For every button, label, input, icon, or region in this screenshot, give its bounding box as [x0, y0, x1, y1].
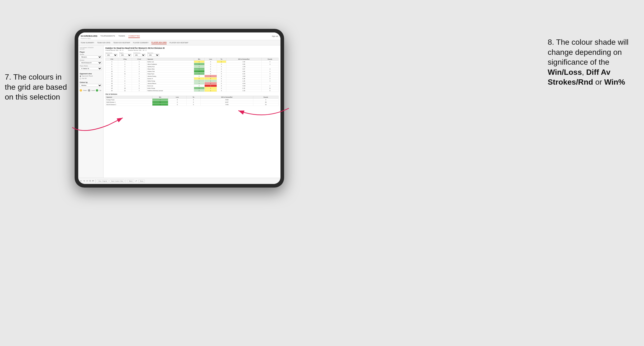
table-cell: 4.00	[226, 70, 262, 73]
col-rounds: Rounds	[262, 58, 278, 61]
table-cell: 2	[132, 63, 146, 65]
table-cell: 0	[217, 77, 226, 80]
table-cell: Emily Chang	[146, 87, 194, 89]
player-rank-select[interactable]: 8. Katelyn Vo	[80, 67, 102, 70]
table-cell: 11	[118, 89, 132, 92]
table-cell: 0	[204, 70, 217, 73]
table-cell: 1	[132, 61, 146, 63]
save-custom-btn[interactable]: Save Custom View	[110, 179, 124, 182]
division-record: Division Record: 331 - 34 - 6	[128, 49, 146, 51]
share-icon[interactable]: ⤤	[135, 180, 137, 182]
ood-table-cell: 10	[253, 103, 278, 106]
annotation-right: 8. The colour shade will change dependin…	[548, 37, 639, 87]
ood-table-cell: Foreign Team	[106, 99, 152, 101]
sub-nav-player-h2h-heatmap[interactable]: PLAYER H2H HEATMAP	[170, 41, 188, 44]
radio-top-100-dot	[80, 78, 81, 79]
division-select[interactable]: NCAA Division III	[80, 61, 102, 64]
sub-nav-team-summary[interactable]: TEAM SUMMARY	[81, 41, 94, 44]
sub-nav: TEAM SUMMARY TEAM H2H GRID TEAM H2H HEAT…	[78, 40, 280, 45]
table-cell: 4	[194, 87, 204, 89]
table-row: 1822Euna Lee020-5.002	[106, 85, 278, 87]
ood-table-cell: 7.400	[200, 103, 253, 106]
table-cell: 15	[106, 80, 118, 82]
table-cell: 0	[194, 75, 204, 77]
region-filter-select[interactable]: (All)	[120, 54, 132, 56]
nav-committee[interactable]: COMMITTEE	[128, 34, 140, 38]
legend-down-circle	[80, 89, 82, 92]
table-cell: 1	[204, 89, 217, 92]
view-original-btn[interactable]: View: Original	[97, 179, 108, 182]
table-row: 1585Stella Cheng1101.254	[106, 80, 278, 82]
table-cell: Heejo Hyun	[146, 73, 194, 75]
opponents-filter-select[interactable]: (All)	[106, 54, 118, 56]
rotate-icon[interactable]: ⟳	[92, 180, 94, 182]
nav-sign-out[interactable]: Sign out	[272, 35, 278, 37]
table-cell: 3	[132, 65, 146, 68]
col-diff: Diff Av Strokes/Rnd	[226, 58, 262, 61]
nav-teams[interactable]: TEAMS	[118, 34, 125, 38]
table-cell: 1.50	[226, 61, 262, 63]
nav-tournaments[interactable]: TOURNAMENTS	[100, 34, 115, 38]
sub-nav-team-h2h-heatmap[interactable]: TEAM H2H HEATMAP	[113, 41, 130, 44]
table-row: 1474Eunice Yi2200.389	[106, 77, 278, 80]
ood-table-cell: 0	[168, 99, 186, 101]
table-cell: 4	[262, 70, 278, 73]
table-cell: 2	[204, 77, 217, 80]
redo-icon[interactable]: ↪	[83, 180, 85, 182]
table-cell: Eunice Yi	[146, 77, 194, 80]
share-btn[interactable]: Share	[138, 179, 145, 182]
top-100-radio[interactable]: Top 100	[80, 78, 102, 80]
table-cell: 1	[194, 68, 204, 70]
ood-table-cell: 0	[186, 99, 200, 101]
legend-level-circle	[88, 89, 90, 92]
conference-filter-select[interactable]: (All)	[133, 54, 146, 56]
sub-nav-team-h2h-grid[interactable]: TEAM H2H GRID	[97, 41, 110, 44]
filter-region: Region (All)	[120, 52, 132, 56]
table-cell: 2	[118, 82, 132, 85]
col-conf: # Conf	[132, 58, 146, 61]
table-cell: 1	[194, 73, 204, 75]
filter-conference: Conference (All)	[133, 52, 146, 56]
sub-nav-player-summary[interactable]: PLAYER SUMMARY	[133, 41, 148, 44]
table-cell: 0	[217, 75, 226, 77]
copy-icon[interactable]: ⎘	[90, 180, 91, 182]
nav-items: TOURNAMENTS TEAMS COMMITTEE	[100, 34, 140, 38]
table-row: 20117Federica Domecq Lacroze2101.336	[106, 89, 278, 92]
table-cell: 16	[106, 82, 118, 85]
table-cell: 4	[132, 77, 146, 80]
table-cell: 0.38	[226, 77, 262, 80]
table-cell: 6	[118, 70, 132, 73]
table-cell: 3	[262, 63, 278, 65]
table-cell: 0	[217, 85, 226, 87]
table-cell: 2	[262, 75, 278, 77]
watch-btn[interactable]: Watch	[127, 179, 134, 182]
opponent-filter-select[interactable]: (All)	[147, 54, 159, 56]
table-row: 522Alexis Sudjianto1004.003	[106, 63, 278, 65]
opponents-played-radio[interactable]: Opponents Played	[80, 75, 102, 77]
table-cell: 1	[132, 82, 146, 85]
table-cell: 0.30	[226, 87, 262, 89]
table-cell: 11	[262, 87, 278, 89]
legend-up-circle	[96, 89, 98, 92]
gender-select[interactable]: Women's	[80, 55, 102, 58]
player-section-title: Player	[80, 51, 102, 53]
colour-by-select[interactable]: Win/loss	[80, 84, 102, 87]
toolbar: ↩ ↪ ↩ ⎘ ⟳ View: Original Save Custom Vie…	[78, 178, 280, 184]
table-cell: 0	[204, 61, 217, 63]
ood-table-cell: 0	[186, 101, 200, 103]
table-cell: 4	[262, 80, 278, 82]
sub-nav-player-h2h-grid[interactable]: PLAYER H2H GRID	[152, 41, 166, 44]
ood-table-cell: 2	[253, 99, 278, 101]
table-cell: 0	[194, 85, 204, 87]
table-cell: 0	[217, 63, 226, 65]
ood-col-tie: Tie	[186, 96, 200, 99]
table-cell: 0	[204, 68, 217, 70]
table-cell: 4	[132, 68, 146, 70]
table-cell: -0.94	[226, 82, 262, 85]
table-cell: 5	[132, 80, 146, 82]
undo-icon[interactable]: ↩	[80, 180, 82, 182]
table-cell: 14	[106, 77, 118, 80]
undo2-icon[interactable]: ↩	[86, 180, 88, 182]
table-cell: Stella Cheng	[146, 80, 194, 82]
filter-opponents: Opponents: (All)	[106, 52, 118, 56]
